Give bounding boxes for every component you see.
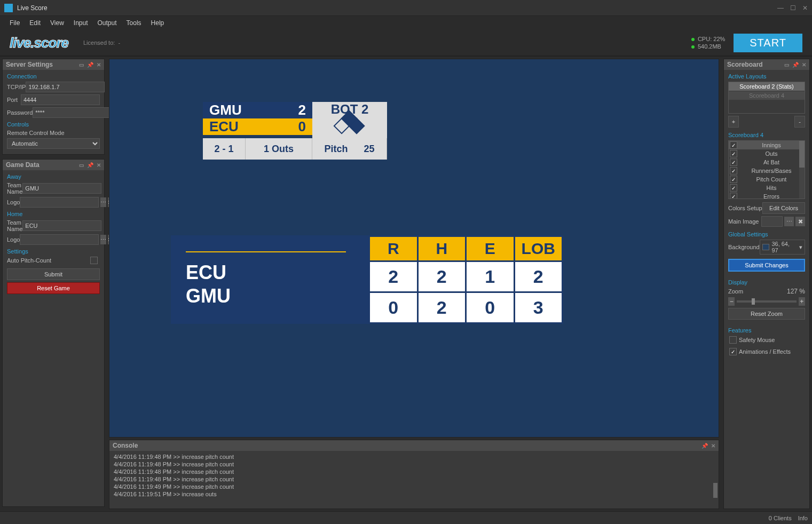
browse-icon[interactable]: ⋯ bbox=[784, 217, 794, 226]
header: live.score Licensed to: - CPU: 22% 540.2… bbox=[0, 30, 812, 57]
option-checkbox[interactable] bbox=[730, 184, 737, 192]
option-checkbox[interactable] bbox=[730, 193, 737, 199]
console-panel: Console 📌✕ 4/4/2016 11:19:48 PM >> incre… bbox=[109, 440, 719, 509]
panel-pin-icon[interactable]: 📌 bbox=[87, 162, 93, 168]
menu-tools[interactable]: Tools bbox=[127, 19, 141, 27]
zoom-value: 127 % bbox=[787, 288, 805, 295]
menubar: File Edit View Input Output Tools Help bbox=[0, 16, 812, 30]
option-checkbox[interactable] bbox=[730, 167, 737, 174]
reset-game-button[interactable]: Reset Game bbox=[7, 282, 100, 294]
panel-float-icon[interactable]: ▭ bbox=[79, 62, 84, 68]
zoom-slider[interactable] bbox=[737, 300, 796, 303]
menu-view[interactable]: View bbox=[50, 19, 64, 27]
away-logo-input[interactable] bbox=[20, 197, 99, 208]
home-logo-input[interactable] bbox=[20, 234, 99, 245]
layout-item[interactable]: Scoreboard 2 (Stats) bbox=[729, 82, 805, 91]
menu-output[interactable]: Output bbox=[98, 19, 117, 27]
menu-file[interactable]: File bbox=[10, 19, 20, 27]
remote-mode-select[interactable]: Automatic bbox=[7, 138, 100, 149]
away-logo-label: Logo bbox=[7, 199, 20, 205]
browse-icon[interactable]: ⋯ bbox=[100, 235, 106, 244]
panel-close-icon[interactable]: ✕ bbox=[802, 62, 806, 68]
add-layout-button[interactable]: + bbox=[728, 116, 739, 128]
tcpip-label: TCP/IP bbox=[7, 84, 26, 90]
option-checkbox[interactable] bbox=[730, 176, 737, 183]
panel-float-icon[interactable]: ▭ bbox=[79, 162, 84, 168]
app-icon bbox=[4, 4, 13, 12]
password-input[interactable] bbox=[33, 107, 112, 118]
remove-layout-button[interactable]: - bbox=[794, 116, 805, 128]
menu-help[interactable]: Help bbox=[151, 19, 164, 27]
active-layouts-label: Active Layouts bbox=[728, 73, 805, 80]
reset-zoom-button[interactable]: Reset Zoom bbox=[728, 308, 805, 320]
port-input[interactable] bbox=[21, 94, 100, 105]
colors-setup-label: Colors Setup bbox=[728, 205, 762, 211]
port-label: Port bbox=[7, 97, 21, 103]
menu-input[interactable]: Input bbox=[74, 19, 88, 27]
away-teamname-input[interactable] bbox=[22, 183, 101, 194]
home-label: Home bbox=[7, 211, 100, 217]
panel-float-icon[interactable]: ▭ bbox=[784, 62, 789, 68]
panel-pin-icon[interactable]: 📌 bbox=[87, 62, 93, 68]
licensed-label: Licensed to: - bbox=[83, 39, 120, 46]
edit-colors-button[interactable]: Edit Colors bbox=[762, 202, 805, 214]
controls-label: Controls bbox=[7, 121, 100, 128]
home-logo-label: Logo bbox=[7, 236, 20, 243]
submit-changes-button[interactable]: Submit Changes bbox=[728, 259, 805, 272]
scoreboard-bug: GMU2 ECU0 BOT 2 2 - 1 1 Outs bbox=[203, 102, 387, 160]
panel-pin-icon[interactable]: 📌 bbox=[701, 443, 708, 449]
background-color-picker[interactable]: 36, 64, 97▾ bbox=[760, 240, 805, 255]
global-settings-label: Global Settings bbox=[728, 231, 805, 237]
option-checkbox[interactable] bbox=[730, 158, 737, 166]
main-image-label: Main Image bbox=[728, 218, 761, 225]
scoreboard-panel: Scoreboard ▭📌✕ Active Layouts Scoreboard… bbox=[723, 59, 810, 509]
layout-item[interactable]: Scoreboard 4 bbox=[729, 91, 805, 100]
console-title: Console bbox=[113, 442, 701, 449]
status-info[interactable]: Info bbox=[798, 515, 808, 521]
zoom-minus[interactable]: − bbox=[728, 297, 735, 306]
bases-diamond bbox=[334, 117, 366, 138]
panel-close-icon[interactable]: ✕ bbox=[97, 62, 101, 68]
zoom-plus[interactable]: + bbox=[799, 297, 805, 306]
home-teamname-input[interactable] bbox=[22, 220, 101, 231]
connection-label: Connection bbox=[7, 73, 100, 80]
tcpip-input[interactable] bbox=[26, 82, 105, 92]
game-data-panel: Game Data ▭📌✕ Away Team Name Logo⋯✖ Home… bbox=[2, 159, 105, 507]
game-data-title: Game Data bbox=[6, 161, 79, 169]
count-label: 2 - 1 bbox=[203, 138, 246, 160]
statusbar: 0 Clients Info bbox=[0, 511, 812, 524]
stats-team2: GMU bbox=[186, 284, 353, 308]
minimize-icon[interactable]: — bbox=[777, 4, 784, 12]
sb4-label: Scoreboard 4 bbox=[728, 132, 805, 138]
safety-mouse-checkbox[interactable] bbox=[729, 336, 737, 344]
zoom-label: Zoom bbox=[728, 288, 787, 295]
features-label: Features bbox=[728, 327, 805, 334]
clear-icon[interactable]: ✖ bbox=[795, 217, 805, 226]
scrollbar-thumb[interactable] bbox=[713, 483, 718, 498]
option-checkbox[interactable] bbox=[730, 150, 737, 157]
settings-label: Settings bbox=[7, 248, 100, 255]
close-icon[interactable]: ✕ bbox=[802, 4, 808, 12]
start-button[interactable]: START bbox=[734, 34, 802, 52]
panel-close-icon[interactable]: ✕ bbox=[711, 443, 715, 449]
browse-icon[interactable]: ⋯ bbox=[100, 197, 106, 207]
logo: live.score bbox=[10, 35, 68, 51]
display-label: Display bbox=[728, 279, 805, 285]
menu-edit[interactable]: Edit bbox=[29, 19, 41, 27]
panel-pin-icon[interactable]: 📌 bbox=[792, 62, 799, 68]
away-label: Away bbox=[7, 173, 100, 180]
password-label: Password bbox=[7, 109, 33, 116]
animations-checkbox[interactable] bbox=[729, 348, 737, 355]
main-image-input[interactable] bbox=[761, 216, 783, 227]
stats-team1: ECU bbox=[186, 261, 353, 284]
remote-mode-label: Remote Control Mode bbox=[7, 130, 100, 136]
maximize-icon[interactable]: ☐ bbox=[790, 4, 796, 12]
submit-button[interactable]: Submit bbox=[7, 268, 100, 280]
auto-pitch-checkbox[interactable] bbox=[90, 257, 98, 264]
panel-close-icon[interactable]: ✕ bbox=[97, 162, 101, 168]
titlebar: Live Score — ☐ ✕ bbox=[0, 0, 812, 16]
preview-canvas: GMU2 ECU0 BOT 2 2 - 1 1 Outs bbox=[109, 59, 719, 438]
scrollbar[interactable] bbox=[799, 141, 805, 199]
console-body[interactable]: 4/4/2016 11:19:48 PM >> increase pitch c… bbox=[109, 451, 719, 504]
option-checkbox[interactable] bbox=[730, 141, 737, 149]
